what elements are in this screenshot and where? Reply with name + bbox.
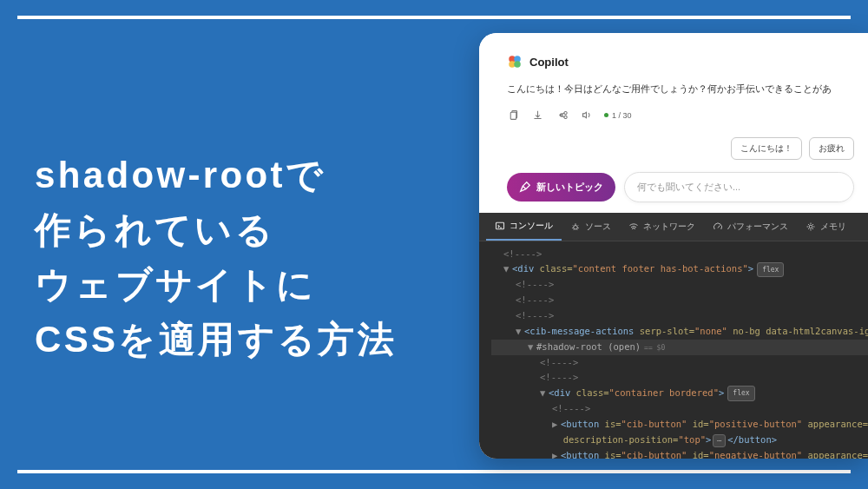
new-topic-label: 新しいトピック xyxy=(536,181,603,194)
page-title: shadow-rootで 作られている ウェブサイトに CSSを適用する方法 xyxy=(35,148,397,367)
copilot-name: Copilot xyxy=(529,56,569,69)
code-line[interactable]: ▶<button is="cib-button" id="negative-bu… xyxy=(491,448,868,459)
console-icon xyxy=(495,221,505,231)
code-line[interactable]: <!----> xyxy=(491,293,868,308)
share-icon[interactable] xyxy=(556,109,568,122)
top-divider xyxy=(17,16,851,19)
gauge-icon xyxy=(713,221,723,232)
copilot-logo-icon xyxy=(507,54,523,69)
devtools-panel: コンソール ソース ネットワーク パフォーマンス xyxy=(479,213,868,459)
download-icon[interactable] xyxy=(531,109,543,122)
svg-point-6 xyxy=(574,225,578,229)
tab-label: パフォーマンス xyxy=(727,221,788,233)
code-line[interactable]: ▼<cib-message-actions serp-slot="none" n… xyxy=(491,324,868,340)
code-line[interactable]: description-position="top">⋯</button> xyxy=(491,433,868,448)
devtools-tabs: コンソール ソース ネットワーク パフォーマンス xyxy=(479,213,868,241)
new-topic-button[interactable]: 新しいトピック xyxy=(507,173,615,202)
copy-icon[interactable] xyxy=(507,109,519,122)
elements-tree[interactable]: <!----> ▼<div class="content footer has-… xyxy=(479,241,868,459)
title-line: 作られている xyxy=(35,202,397,257)
title-line: ウェブサイトに xyxy=(35,257,397,312)
message-counter: 1 / 30 xyxy=(604,111,632,120)
tab-label: コンソール xyxy=(510,220,553,232)
screenshot-panel: Copilot こんにちは！今日はどんなご用件でしょうか？何かお手伝いできること… xyxy=(479,33,868,459)
code-line[interactable]: <!----> xyxy=(491,308,868,324)
svg-rect-4 xyxy=(510,112,516,119)
tab-memory[interactable]: メモリ xyxy=(797,214,855,240)
chat-input-row: 新しいトピック 何でも聞いてください... xyxy=(507,172,854,202)
speaker-icon[interactable] xyxy=(580,109,592,122)
suggestion-chip[interactable]: お疲れ xyxy=(809,137,854,160)
status-dot-icon xyxy=(604,113,608,117)
broom-icon xyxy=(519,181,531,193)
tab-label: ソース xyxy=(585,221,611,233)
copilot-message: こんにちは！今日はどんなご用件でしょうか？何かお手伝いできることがあ xyxy=(507,82,854,97)
bug-icon xyxy=(570,221,581,232)
suggestion-row: こんにちは！ お疲れ xyxy=(507,137,854,160)
suggestion-chip[interactable]: こんにちは！ xyxy=(731,137,802,160)
bottom-divider xyxy=(17,470,851,473)
gear-icon xyxy=(806,221,816,232)
copilot-header: Copilot xyxy=(507,54,854,69)
title-line: shadow-rootで xyxy=(35,148,397,202)
title-line: CSSを適用する方法 xyxy=(35,312,397,367)
code-line[interactable]: <!----> xyxy=(491,355,868,371)
tab-label: メモリ xyxy=(820,221,846,233)
code-line-shadow-root[interactable]: ▼#shadow-root (open)== $0 xyxy=(491,340,868,355)
svg-point-7 xyxy=(809,225,812,228)
counter-text: 1 / 30 xyxy=(612,111,632,120)
message-action-row: 1 / 30 xyxy=(507,109,854,122)
code-line[interactable]: ▶<button is="cib-button" id="positive-bu… xyxy=(491,417,868,433)
code-line[interactable]: ▼<div class="container bordered">flex xyxy=(491,386,868,401)
tab-sources[interactable]: ソース xyxy=(562,214,620,240)
wifi-icon xyxy=(628,221,639,232)
tab-console[interactable]: コンソール xyxy=(486,213,562,241)
tab-performance[interactable]: パフォーマンス xyxy=(704,214,797,240)
tab-network[interactable]: ネットワーク xyxy=(620,214,704,240)
code-line[interactable]: <!----> xyxy=(491,277,868,293)
code-line[interactable]: ▼<div class="content footer has-bot-acti… xyxy=(491,261,868,277)
code-line[interactable]: <!----> xyxy=(491,247,868,262)
chat-input[interactable]: 何でも聞いてください... xyxy=(624,172,854,202)
code-line[interactable]: <!----> xyxy=(491,401,868,417)
svg-point-3 xyxy=(514,61,521,68)
tab-label: ネットワーク xyxy=(643,221,695,233)
code-line[interactable]: <!----> xyxy=(491,370,868,386)
copilot-chat-area: Copilot こんにちは！今日はどんなご用件でしょうか？何かお手伝いできること… xyxy=(479,33,868,213)
